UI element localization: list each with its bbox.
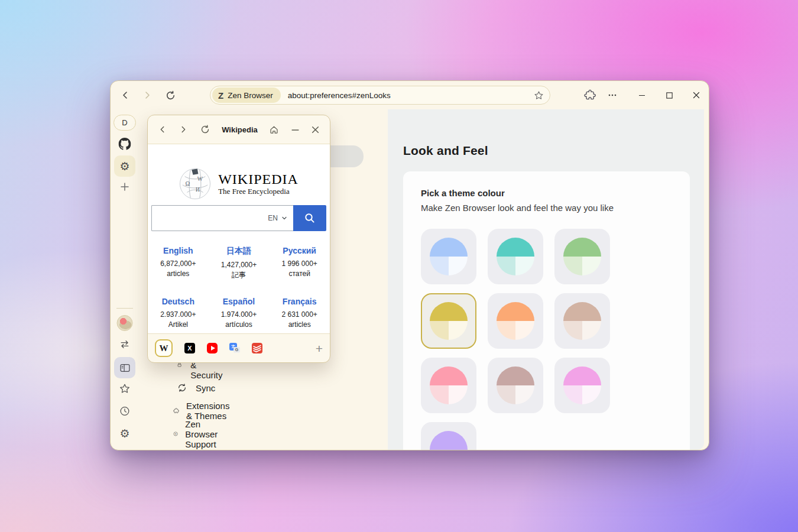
mini-window-dock: W X G + bbox=[148, 334, 330, 362]
wikipedia-mini-window: Wikipedia Ω W bbox=[147, 115, 330, 363]
home-icon bbox=[269, 125, 279, 135]
menu-button[interactable] bbox=[603, 86, 622, 105]
bookmarks-button[interactable] bbox=[119, 383, 131, 394]
language-link-french[interactable]: Français 2 631 000+ articles bbox=[269, 297, 330, 330]
chevron-left-icon bbox=[120, 90, 131, 100]
theme-colour-swatch-green[interactable] bbox=[554, 229, 610, 284]
close-icon bbox=[692, 91, 700, 99]
colour-pie bbox=[563, 302, 601, 340]
language-link-japanese[interactable]: 日本語 1,427,000+ 記事 bbox=[209, 246, 270, 281]
url-bar[interactable]: Z Zen Browser about:preferences#zenLooks bbox=[210, 86, 550, 105]
settings-button[interactable]: ⚙ bbox=[119, 428, 129, 439]
language-selector[interactable]: EN bbox=[268, 214, 278, 222]
menu-item-label: Zen Browser Support bbox=[185, 419, 223, 449]
todoist-favicon[interactable] bbox=[252, 343, 262, 353]
add-pinned-site-button[interactable]: + bbox=[316, 342, 323, 355]
menu-item-extensions-themes[interactable]: Extensions & Themes bbox=[173, 403, 234, 419]
close-button[interactable] bbox=[686, 86, 706, 105]
google-translate-favicon[interactable]: G bbox=[229, 343, 240, 353]
sidebar-toggle-button[interactable] bbox=[114, 357, 135, 378]
sync-icon bbox=[177, 382, 187, 393]
mini-window-header: Wikipedia bbox=[148, 115, 330, 144]
history-button[interactable] bbox=[119, 406, 131, 417]
clock-icon bbox=[119, 406, 131, 417]
wikipedia-favicon-active[interactable]: W bbox=[155, 339, 173, 357]
theme-colour-swatch-mauve[interactable] bbox=[488, 358, 543, 413]
colour-pie bbox=[430, 366, 468, 404]
youtube-favicon[interactable] bbox=[207, 343, 218, 353]
theme-colour-swatch-yellow[interactable] bbox=[421, 293, 476, 349]
extensions-button[interactable] bbox=[580, 86, 599, 105]
reload-icon bbox=[165, 90, 176, 101]
wikipedia-search-button[interactable] bbox=[293, 205, 326, 231]
theme-colour-swatch-magenta[interactable] bbox=[554, 358, 610, 413]
wikipedia-logo-block: Ω W И WIKIPEDIA The Free Encyclopedia bbox=[148, 168, 330, 200]
mini-home-button[interactable] bbox=[269, 125, 279, 135]
theme-colour-swatch-teal[interactable] bbox=[488, 229, 543, 284]
maximize-button[interactable] bbox=[659, 86, 679, 105]
language-link-english[interactable]: English 6,872,000+ articles bbox=[148, 246, 209, 281]
menu-item-sync[interactable]: Sync bbox=[177, 380, 215, 395]
chevron-left-icon bbox=[158, 125, 167, 134]
theme-colour-swatch-orange[interactable] bbox=[488, 293, 543, 349]
sidebar-panel-icon bbox=[119, 362, 131, 374]
workspace-switch-button[interactable] bbox=[119, 339, 131, 350]
wikipedia-tagline: The Free Encyclopedia bbox=[218, 187, 299, 196]
reload-button[interactable] bbox=[161, 86, 180, 105]
wikipedia-search-input[interactable]: EN bbox=[151, 205, 293, 231]
mini-minimize-button[interactable] bbox=[291, 125, 300, 134]
puzzle-icon bbox=[173, 406, 179, 416]
site-identity-badge[interactable]: Z Zen Browser bbox=[212, 87, 281, 103]
github-icon bbox=[119, 138, 131, 150]
tab-settings-active[interactable]: ⚙ bbox=[114, 155, 135, 177]
sidebar-rail: D ⚙ bbox=[111, 109, 139, 450]
site-identity-label: Zen Browser bbox=[228, 91, 273, 100]
menu-item-support[interactable]: ? Zen Browser Support bbox=[173, 426, 223, 442]
colour-pie bbox=[563, 238, 601, 275]
theme-colour-card: Pick a theme colour Make Zen Browser loo… bbox=[403, 171, 690, 450]
tab-github[interactable] bbox=[119, 138, 131, 150]
colour-pie bbox=[497, 238, 534, 275]
language-link-german[interactable]: Deutsch 2.937.000+ Artikel bbox=[148, 297, 209, 330]
svg-text:Ω: Ω bbox=[186, 180, 190, 187]
mini-reload-button[interactable] bbox=[200, 124, 210, 135]
url-text: about:preferences#zenLooks bbox=[288, 91, 534, 100]
wikipedia-globe-icon: Ω W И bbox=[179, 168, 211, 200]
play-icon bbox=[211, 346, 215, 351]
chevron-right-icon bbox=[179, 125, 188, 134]
theme-colour-swatch-tan[interactable] bbox=[554, 293, 610, 349]
reload-icon bbox=[200, 124, 210, 135]
page-title: Look and Feel bbox=[403, 144, 704, 158]
mini-forward-button[interactable] bbox=[179, 125, 188, 134]
wikipedia-search-bar: EN bbox=[151, 205, 326, 231]
forward-button[interactable] bbox=[138, 86, 157, 105]
card-subtitle: Make Zen Browser look and feel the way y… bbox=[421, 203, 672, 213]
rail-divider bbox=[116, 308, 133, 309]
close-icon bbox=[311, 125, 320, 134]
zen-browser-window: Z Zen Browser about:preferences#zenLooks bbox=[110, 80, 709, 450]
theme-colour-swatch-purple[interactable] bbox=[421, 422, 476, 450]
language-link-spanish[interactable]: Español 1.974.000+ artículos bbox=[209, 297, 270, 330]
maximize-icon bbox=[666, 92, 673, 99]
chevron-down-icon bbox=[281, 215, 287, 221]
card-title: Pick a theme colour bbox=[421, 188, 672, 198]
theme-colour-swatch-blue[interactable] bbox=[421, 229, 476, 284]
profile-avatar[interactable] bbox=[117, 315, 133, 331]
new-tab-button[interactable] bbox=[119, 181, 130, 192]
svg-text:G: G bbox=[235, 348, 239, 352]
svg-text:W: W bbox=[197, 176, 203, 182]
swap-arrows-icon bbox=[119, 339, 131, 350]
theme-colour-swatch-pink[interactable] bbox=[421, 358, 476, 413]
bookmark-star-icon[interactable] bbox=[534, 90, 544, 100]
language-link-russian[interactable]: Русский 1 996 000+ статей bbox=[269, 246, 330, 281]
mini-close-button[interactable] bbox=[311, 125, 320, 134]
minimize-button[interactable] bbox=[632, 86, 652, 105]
puzzle-icon bbox=[584, 89, 596, 101]
todoist-check-icon bbox=[253, 344, 261, 352]
back-button[interactable] bbox=[116, 86, 135, 105]
x-favicon[interactable]: X bbox=[184, 343, 195, 353]
desktop-background: Z Zen Browser about:preferences#zenLooks bbox=[0, 0, 798, 532]
mini-back-button[interactable] bbox=[158, 125, 167, 134]
avatar bbox=[117, 315, 133, 331]
workspace-pill[interactable]: D bbox=[113, 115, 136, 131]
